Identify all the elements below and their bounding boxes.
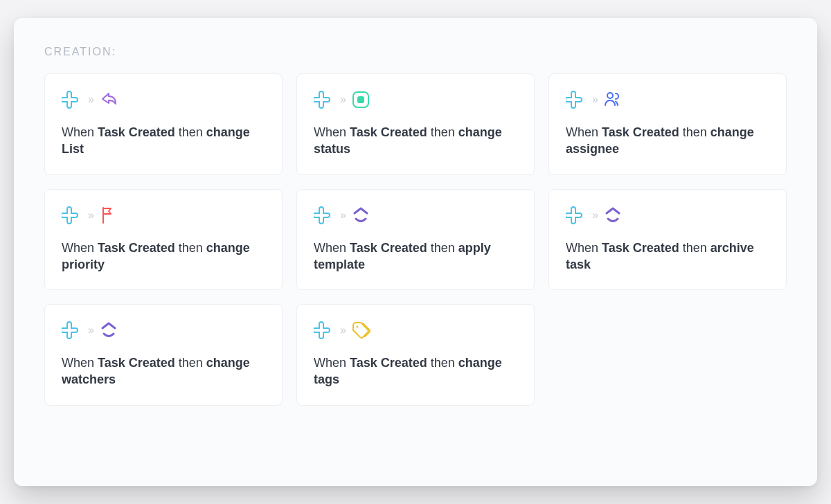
flag-icon — [99, 206, 118, 225]
then-text: then — [427, 241, 458, 255]
automation-card-change-priority[interactable]: »When Task Created then change priority — [44, 189, 283, 291]
card-description: When Task Created then change List — [62, 124, 265, 158]
automation-card-change-watchers[interactable]: »When Task Created then change watchers — [44, 304, 283, 406]
clickup-icon — [351, 206, 370, 225]
then-text: then — [679, 125, 711, 139]
chevrons-icon: » — [88, 209, 92, 222]
card-icons: » — [314, 205, 517, 226]
when-text: When — [62, 356, 98, 370]
chevrons-icon: » — [592, 93, 596, 106]
card-icons: » — [566, 89, 769, 110]
trigger-text: Task Created — [98, 356, 175, 370]
tag-icon — [351, 321, 370, 340]
plus-icon — [62, 206, 81, 225]
card-description: When Task Created then change watchers — [62, 354, 265, 388]
plus-icon — [566, 90, 585, 109]
then-text: then — [679, 241, 711, 255]
section-label: CREATION: — [44, 46, 787, 58]
automation-card-change-list[interactable]: »When Task Created then change List — [44, 73, 283, 175]
card-icons: » — [566, 205, 769, 226]
when-text: When — [566, 241, 602, 255]
automation-card-archive-task[interactable]: »When Task Created then archive task — [548, 189, 787, 291]
card-description: When Task Created then archive task — [566, 240, 769, 273]
when-text: When — [62, 241, 98, 255]
trigger-text: Task Created — [602, 241, 679, 255]
then-text: then — [175, 125, 206, 139]
card-icons: » — [62, 89, 265, 110]
plus-icon — [314, 206, 333, 225]
plus-icon — [62, 321, 81, 340]
chevrons-icon: » — [88, 324, 92, 336]
chevrons-icon: » — [592, 209, 596, 222]
card-icons: » — [62, 320, 265, 341]
plus-icon — [314, 90, 333, 109]
card-description: When Task Created then change assignee — [566, 124, 769, 158]
clickup-icon — [603, 206, 623, 225]
chevrons-icon: » — [340, 324, 344, 336]
when-text: When — [314, 356, 350, 370]
trigger-text: Task Created — [602, 125, 679, 139]
card-icons: » — [314, 89, 517, 110]
plus-icon — [566, 206, 585, 225]
plus-icon — [314, 321, 333, 340]
then-text: then — [175, 241, 206, 255]
chevrons-icon: » — [340, 209, 344, 222]
automation-card-change-assignee[interactable]: »When Task Created then change assignee — [548, 73, 787, 175]
card-description: When Task Created then change priority — [62, 240, 265, 273]
card-icons: » — [62, 205, 265, 226]
automation-card-apply-template[interactable]: »When Task Created then apply template — [296, 189, 535, 291]
trigger-text: Task Created — [98, 241, 175, 255]
share-icon — [99, 90, 118, 109]
clickup-icon — [99, 321, 118, 340]
status-icon — [351, 90, 370, 109]
automation-card-change-tags[interactable]: »When Task Created then change tags — [296, 304, 535, 406]
chevrons-icon: » — [88, 93, 92, 106]
trigger-text: Task Created — [350, 125, 427, 139]
automation-panel: CREATION: »When Task Created then change… — [14, 18, 817, 486]
when-text: When — [566, 125, 602, 139]
card-description: When Task Created then apply template — [314, 240, 517, 273]
trigger-text: Task Created — [350, 356, 427, 370]
automation-grid: »When Task Created then change List»When… — [44, 73, 787, 406]
card-description: When Task Created then change tags — [314, 354, 517, 388]
card-icons: » — [314, 320, 517, 341]
when-text: When — [314, 125, 350, 139]
then-text: then — [427, 356, 458, 370]
card-description: When Task Created then change status — [314, 124, 517, 158]
when-text: When — [314, 241, 350, 255]
automation-card-change-status[interactable]: »When Task Created then change status — [296, 73, 535, 175]
trigger-text: Task Created — [350, 241, 427, 255]
when-text: When — [62, 125, 98, 139]
plus-icon — [62, 90, 81, 109]
trigger-text: Task Created — [98, 125, 175, 139]
people-icon — [603, 90, 623, 109]
then-text: then — [427, 125, 458, 139]
chevrons-icon: » — [340, 93, 344, 106]
then-text: then — [175, 356, 206, 370]
